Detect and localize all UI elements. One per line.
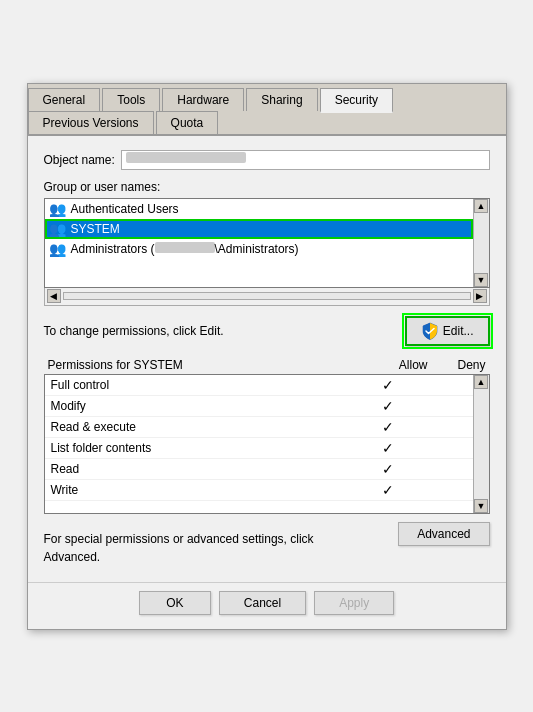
permissions-table: Full control ✓ Modify ✓ Read & execute ✓… [44,374,490,514]
user-group-icon: 👥 [49,201,67,217]
tab-sharing[interactable]: Sharing [246,88,317,111]
perm-name: List folder contents [51,441,353,455]
list-item-administrators[interactable]: 👥 Administrators ( \Administrators) [45,239,473,259]
h-scroll-track [63,292,471,300]
checkmark: ✓ [382,398,394,414]
checkmark: ✓ [382,419,394,435]
object-name-label: Object name: [44,153,115,167]
perm-row-write: Write ✓ [45,480,489,501]
footer-text: For special permissions or advanced sett… [44,530,324,566]
tab-tools[interactable]: Tools [102,88,160,111]
h-scroll-left[interactable]: ◀ [47,289,61,303]
dialog-buttons: OK Cancel Apply [28,582,506,629]
allow-label: Allow [399,358,428,372]
deny-label: Deny [457,358,485,372]
perms-scrollbar[interactable]: ▲ ▼ [473,375,489,513]
perm-row-read: Read ✓ [45,459,489,480]
apply-button[interactable]: Apply [314,591,394,615]
listbox-inner: 👥 Authenticated Users 👥 SYSTEM 👥 Adminis… [45,199,473,259]
perm-allow: ✓ [353,419,423,435]
scroll-down-arrow[interactable]: ▼ [474,273,488,287]
perm-name: Modify [51,399,353,413]
object-name-value [121,150,490,170]
perm-name: Read & execute [51,420,353,434]
perm-name: Read [51,462,353,476]
h-scroll-right[interactable]: ▶ [473,289,487,303]
list-item-label-system: SYSTEM [71,222,120,236]
perms-scroll-up[interactable]: ▲ [474,375,488,389]
tab-previous-versions[interactable]: Previous Versions [28,111,154,134]
perm-allow: ✓ [353,461,423,477]
checkmark: ✓ [382,440,394,456]
edit-row: To change permissions, click Edit. Edit.… [44,316,490,346]
tab-bar: General Tools Hardware Sharing Security … [28,84,506,136]
perm-row-modify: Modify ✓ [45,396,489,417]
advanced-button[interactable]: Advanced [398,522,489,546]
list-item-authenticated[interactable]: 👥 Authenticated Users [45,199,473,219]
shield-icon [421,322,439,340]
tab-general[interactable]: General [28,88,101,111]
horizontal-scrollbar[interactable]: ◀ ▶ [44,288,490,306]
group-user-label: Group or user names: [44,180,490,194]
group-user-listbox[interactable]: 👥 Authenticated Users 👥 SYSTEM 👥 Adminis… [44,198,490,288]
perm-name: Full control [51,378,353,392]
perm-row-full-control: Full control ✓ [45,375,489,396]
footer-row: For special permissions or advanced sett… [44,522,490,570]
list-item-system[interactable]: 👥 SYSTEM [45,219,473,239]
perm-allow: ✓ [353,398,423,414]
checkmark: ✓ [382,482,394,498]
edit-info-text: To change permissions, click Edit. [44,324,224,338]
user-group-icon-system: 👥 [49,221,67,237]
permissions-header: Permissions for SYSTEM Allow Deny [44,356,490,374]
checkmark: ✓ [382,461,394,477]
perm-allow: ✓ [353,440,423,456]
permissions-cols: Allow Deny [399,358,486,372]
dialog-window: General Tools Hardware Sharing Security … [27,83,507,630]
tab-hardware[interactable]: Hardware [162,88,244,111]
tab-quota[interactable]: Quota [156,111,219,134]
perms-scroll-down[interactable]: ▼ [474,499,488,513]
perm-name: Write [51,483,353,497]
perm-allow: ✓ [353,377,423,393]
list-item-label: Authenticated Users [71,202,179,216]
listbox-scrollbar[interactable]: ▲ ▼ [473,199,489,287]
list-item-label-admin: Administrators ( \Administrators) [71,242,299,256]
user-group-icon-admin: 👥 [49,241,67,257]
edit-button[interactable]: Edit... [405,316,490,346]
perm-allow: ✓ [353,482,423,498]
perm-row-list-folder: List folder contents ✓ [45,438,489,459]
cancel-button[interactable]: Cancel [219,591,306,615]
object-name-row: Object name: [44,150,490,170]
perm-row-read-execute: Read & execute ✓ [45,417,489,438]
edit-button-label: Edit... [443,324,474,338]
tab-security[interactable]: Security [320,88,393,113]
scroll-up-arrow[interactable]: ▲ [474,199,488,213]
checkmark: ✓ [382,377,394,393]
security-content: Object name: Group or user names: 👥 Auth… [28,136,506,582]
ok-button[interactable]: OK [139,591,211,615]
permissions-for-label: Permissions for SYSTEM [48,358,183,372]
